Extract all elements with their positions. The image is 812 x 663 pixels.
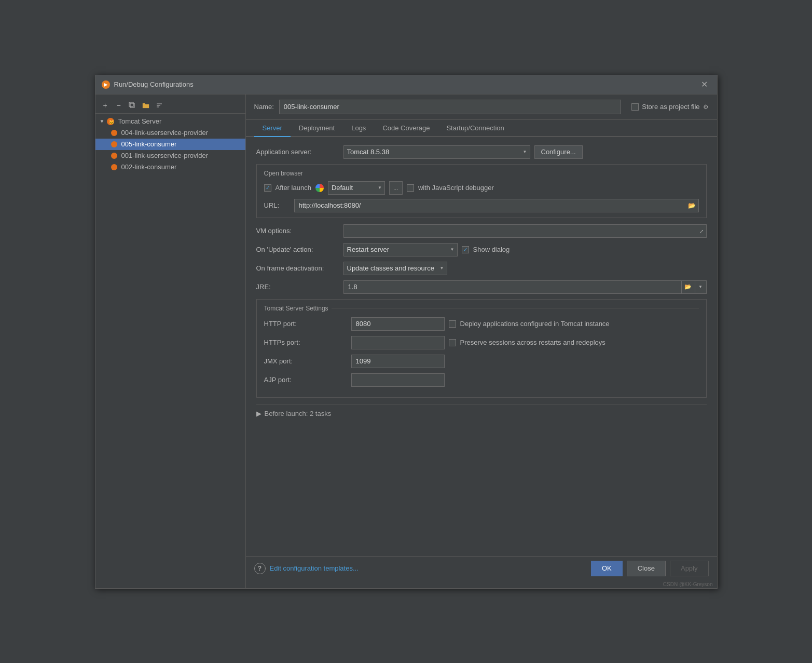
jmx-port-row: JMX port:: [264, 355, 699, 368]
on-update-row: On 'Update' action: Restart server Updat…: [256, 243, 707, 256]
gear-icon[interactable]: ⚙: [703, 103, 709, 111]
config-item-label-selected: 005-link-consumer: [121, 140, 177, 148]
copy-config-button[interactable]: [127, 100, 138, 111]
deploy-apps-label: Deploy applications configured in Tomcat…: [460, 320, 610, 328]
tab-deployment[interactable]: Deployment: [291, 120, 343, 137]
browser-select-wrapper: Default: [328, 181, 385, 195]
jre-dropdown-button[interactable]: ▼: [695, 280, 707, 294]
bottom-left: ? Edit configuration templates...: [254, 563, 359, 574]
browser-row: After launch Default ... with JavaScript…: [264, 181, 699, 195]
name-label: Name:: [254, 103, 274, 111]
ok-button[interactable]: OK: [591, 561, 623, 576]
browser-dots-button[interactable]: ...: [389, 181, 403, 195]
add-config-button[interactable]: +: [100, 100, 111, 111]
tab-code-coverage[interactable]: Code Coverage: [374, 120, 438, 137]
tomcat-settings-label: Tomcat Server Settings: [264, 305, 328, 312]
config-item-002[interactable]: 002-link-consumer: [95, 161, 245, 173]
url-folder-icon: 📂: [688, 202, 696, 209]
url-row: URL: 📂: [264, 199, 699, 212]
tomcat-settings-header: Tomcat Server Settings: [264, 305, 699, 312]
sidebar-toolbar: + −: [95, 98, 245, 114]
main-content: + − ▼ 🐱: [95, 94, 717, 588]
js-debugger-label: with JavaScript debugger: [418, 184, 494, 192]
svg-point-7: [111, 130, 117, 136]
config-tree: ▼ 🐱 Tomcat Server 004-link-userservice-p: [95, 114, 245, 585]
url-input-wrapper: 📂: [294, 199, 699, 212]
tab-startup-connection[interactable]: Startup/Connection: [438, 120, 512, 137]
deploy-apps-checkbox[interactable]: [449, 320, 456, 328]
tomcat-settings-section: Tomcat Server Settings HTTP port: Deploy…: [256, 299, 707, 398]
svg-rect-1: [129, 102, 133, 106]
help-button[interactable]: ?: [254, 563, 266, 574]
before-launch-section[interactable]: ▶ Before launch: 2 tasks: [256, 404, 707, 423]
close-dialog-button[interactable]: Close: [627, 561, 666, 576]
close-button[interactable]: ✕: [698, 79, 711, 90]
js-debugger-checkbox[interactable]: [407, 184, 414, 192]
svg-text:🐱: 🐱: [109, 119, 114, 125]
after-launch-checkbox[interactable]: [264, 184, 271, 192]
svg-rect-0: [130, 103, 134, 107]
sort-config-button[interactable]: [154, 100, 165, 111]
vm-options-label: VM options:: [256, 227, 339, 235]
open-browser-section: Open browser After launch Default ... wi…: [256, 164, 707, 218]
ajp-port-label: AJP port:: [264, 376, 347, 384]
http-port-label: HTTP port:: [264, 320, 347, 328]
title-bar: ▶ Run/Debug Configurations ✕: [95, 75, 717, 94]
edit-templates-link[interactable]: Edit configuration templates...: [270, 564, 359, 572]
https-port-label: HTTPs port:: [264, 339, 347, 346]
https-port-input[interactable]: [351, 336, 445, 349]
app-server-row: Application server: Tomcat 8.5.38 Config…: [256, 145, 707, 159]
on-update-select[interactable]: Restart server Update classes and resour…: [343, 243, 458, 256]
tomcat-item-icon: [110, 129, 118, 137]
app-server-select-wrapper: Tomcat 8.5.38: [343, 145, 530, 159]
jmx-port-label: JMX port:: [264, 357, 347, 365]
folder-config-button[interactable]: [140, 100, 152, 111]
dialog-title: Run/Debug Configurations: [114, 80, 194, 88]
jre-folder-button[interactable]: 📂: [682, 280, 695, 294]
config-item-label: 004-link-userservice-provider: [121, 129, 209, 137]
svg-point-10: [111, 164, 117, 170]
http-port-input[interactable]: [351, 317, 445, 331]
name-input[interactable]: [279, 100, 621, 114]
ajp-port-input[interactable]: [351, 373, 445, 387]
configure-button[interactable]: Configure...: [534, 145, 583, 159]
open-browser-title: Open browser: [264, 170, 699, 177]
show-dialog-checkbox[interactable]: [462, 246, 469, 253]
jre-row: JRE: 📂 ▼: [256, 280, 707, 294]
watermark: CSDN @KK-Greyson: [246, 580, 717, 588]
https-port-row: HTTPs port: Preserve sessions across res…: [264, 336, 699, 349]
before-launch-label: Before launch: 2 tasks: [265, 410, 332, 417]
tomcat-item-icon-selected: [110, 140, 118, 148]
tab-server[interactable]: Server: [254, 120, 291, 137]
tree-group-tomcat[interactable]: ▼ 🐱 Tomcat Server: [95, 116, 245, 127]
jmx-port-input[interactable]: [351, 355, 445, 368]
app-server-select[interactable]: Tomcat 8.5.38: [343, 145, 530, 159]
on-deactivation-select[interactable]: Update classes and resources Update reso…: [343, 262, 447, 275]
vm-options-input[interactable]: [343, 224, 707, 238]
jre-wrapper: 📂 ▼: [343, 280, 707, 294]
remove-config-button[interactable]: −: [113, 100, 125, 111]
tab-logs[interactable]: Logs: [343, 120, 374, 137]
chrome-icon: [315, 184, 324, 192]
jre-input[interactable]: [343, 280, 682, 294]
vm-options-row: VM options: ⤢: [256, 224, 707, 238]
expand-icon[interactable]: ⤢: [699, 228, 704, 234]
svg-point-9: [111, 153, 117, 159]
url-input[interactable]: [294, 199, 699, 212]
apply-button[interactable]: Apply: [670, 561, 709, 576]
config-item-001[interactable]: 001-link-userservice-provider: [95, 150, 245, 161]
browser-select[interactable]: Default: [328, 181, 385, 195]
on-deactivation-row: On frame deactivation: Update classes an…: [256, 262, 707, 275]
server-tab-content: Application server: Tomcat 8.5.38 Config…: [246, 137, 717, 556]
tomcat-group-icon: 🐱: [106, 117, 115, 126]
config-item-005[interactable]: 005-link-consumer: [95, 139, 245, 150]
config-item-004[interactable]: 004-link-userservice-provider: [95, 127, 245, 139]
preserve-sessions-checkbox[interactable]: [449, 339, 456, 346]
url-label: URL:: [264, 201, 290, 209]
store-project-checkbox[interactable]: [631, 103, 639, 111]
bottom-right: OK Close Apply: [591, 561, 709, 576]
section-divider: [332, 308, 699, 308]
on-update-label: On 'Update' action:: [256, 246, 339, 253]
tabs-bar: Server Deployment Logs Code Coverage Sta…: [246, 120, 717, 137]
title-bar-left: ▶ Run/Debug Configurations: [102, 80, 194, 89]
